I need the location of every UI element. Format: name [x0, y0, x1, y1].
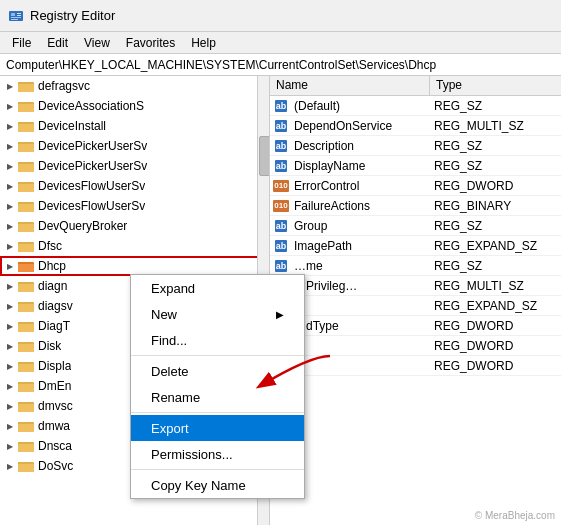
tree-item-devicesflow2[interactable]: ▶ DevicesFlowUserSv [0, 196, 269, 216]
menu-help[interactable]: Help [183, 34, 224, 52]
svg-rect-23 [18, 182, 24, 184]
tree-item-defragsvc[interactable]: ▶ defragsvc [0, 76, 269, 96]
tree-label: DevicesFlowUserSv [38, 199, 145, 213]
tree-label: dmwa [38, 419, 70, 433]
tree-item-deviceassociations[interactable]: ▶ DeviceAssociationS [0, 96, 269, 116]
ctx-copy-key-name[interactable]: Copy Key Name [131, 472, 304, 498]
ctx-expand[interactable]: Expand [131, 275, 304, 301]
value-name: Group [290, 218, 430, 234]
tree-label: Displa [38, 359, 71, 373]
svg-rect-1 [11, 13, 15, 16]
value-row[interactable]: ab DependOnService REG_MULTI_SZ [270, 116, 561, 136]
svg-rect-44 [18, 322, 24, 324]
value-type-icon: ab [272, 237, 290, 255]
ctx-new[interactable]: New ▶ [131, 301, 304, 327]
tree-label: Dnscа [38, 439, 72, 453]
folder-icon [18, 259, 34, 273]
value-row[interactable]: 010 REG_DWORD [270, 336, 561, 356]
svg-rect-35 [18, 262, 24, 264]
svg-rect-22 [18, 184, 34, 192]
expand-arrow: ▶ [4, 160, 16, 172]
scrollbar-thumb[interactable] [259, 136, 270, 176]
tree-label: DevicePickerUserSv [38, 139, 147, 153]
expand-arrow: ▶ [4, 180, 16, 192]
value-name [290, 365, 430, 367]
tree-item-dfsc[interactable]: ▶ Dfsc [0, 236, 269, 256]
menu-edit[interactable]: Edit [39, 34, 76, 52]
value-row[interactable]: ab ImagePath REG_EXPAND_SZ [270, 236, 561, 256]
svg-rect-34 [18, 264, 34, 272]
expand-arrow: ▶ [4, 240, 16, 252]
address-bar: Computer\HKEY_LOCAL_MACHINE\SYSTEM\Curre… [0, 54, 561, 76]
tree-item-devquerybroker[interactable]: ▶ DevQueryBroker [0, 216, 269, 236]
value-name: …dType [290, 318, 430, 334]
app-title: Registry Editor [30, 8, 115, 23]
svg-rect-50 [18, 362, 24, 364]
svg-rect-17 [18, 142, 24, 144]
tree-item-dhcp[interactable]: ▶ Dhcp [0, 256, 269, 276]
svg-rect-26 [18, 202, 24, 204]
menu-file[interactable]: File [4, 34, 39, 52]
tree-label: DeviceInstall [38, 119, 106, 133]
value-name: DependOnService [290, 118, 430, 134]
expand-arrow: ▶ [4, 280, 16, 292]
value-row[interactable]: 010 ErrorControl REG_DWORD [270, 176, 561, 196]
svg-rect-7 [18, 84, 34, 92]
svg-rect-65 [18, 462, 24, 464]
ctx-separator [131, 355, 304, 356]
tree-label: diagsv [38, 299, 73, 313]
value-row[interactable]: ab REG_EXPAND_SZ [270, 296, 561, 316]
svg-rect-8 [18, 82, 24, 84]
tree-item-devicepicker2[interactable]: ▶ DevicePickerUserSv [0, 156, 269, 176]
menu-favorites[interactable]: Favorites [118, 34, 183, 52]
menu-view[interactable]: View [76, 34, 118, 52]
svg-rect-31 [18, 244, 34, 252]
value-row[interactable]: ab DisplayName REG_SZ [270, 156, 561, 176]
value-name [290, 305, 430, 307]
value-row[interactable]: ab …me REG_SZ [270, 256, 561, 276]
svg-rect-58 [18, 424, 34, 432]
tree-label: DiagT [38, 319, 70, 333]
value-type: REG_EXPAND_SZ [430, 298, 541, 314]
svg-rect-46 [18, 344, 34, 352]
svg-rect-14 [18, 122, 24, 124]
ctx-delete[interactable]: Delete [131, 358, 304, 384]
value-type: REG_SZ [430, 218, 486, 234]
tree-item-devicepicker1[interactable]: ▶ DevicePickerUserSv [0, 136, 269, 156]
title-bar: Registry Editor [0, 0, 561, 32]
svg-rect-40 [18, 304, 34, 312]
address-path: Computer\HKEY_LOCAL_MACHINE\SYSTEM\Curre… [6, 58, 436, 72]
value-row[interactable]: 010 …dType REG_DWORD [270, 316, 561, 336]
value-type: REG_SZ [430, 98, 486, 114]
ctx-permissions[interactable]: Permissions... [131, 441, 304, 467]
value-row[interactable]: ab Description REG_SZ [270, 136, 561, 156]
ctx-rename[interactable]: Rename [131, 384, 304, 410]
svg-rect-43 [18, 324, 34, 332]
folder-icon [18, 439, 34, 453]
folder-icon [18, 119, 34, 133]
tree-item-deviceinstall[interactable]: ▶ DeviceInstall [0, 116, 269, 136]
expand-arrow: ▶ [4, 340, 16, 352]
tree-item-devicesflow1[interactable]: ▶ DevicesFlowUserSv [0, 176, 269, 196]
value-row[interactable]: ab (Default) REG_SZ [270, 96, 561, 116]
value-row[interactable]: ab Group REG_SZ [270, 216, 561, 236]
value-name: Description [290, 138, 430, 154]
value-type-icon: ab [272, 257, 290, 275]
folder-icon [18, 339, 34, 353]
value-type-icon: ab [272, 137, 290, 155]
ctx-export[interactable]: Export [131, 415, 304, 441]
value-row[interactable]: 010 FailureActions REG_BINARY [270, 196, 561, 216]
tree-label: DmEn [38, 379, 71, 393]
tree-label-dhcp: Dhcp [38, 259, 66, 273]
value-row[interactable]: ab …Privileg… REG_MULTI_SZ [270, 276, 561, 296]
menu-bar: File Edit View Favorites Help [0, 32, 561, 54]
folder-icon [18, 199, 34, 213]
value-row[interactable]: 010 REG_DWORD [270, 356, 561, 376]
folder-icon [18, 239, 34, 253]
svg-rect-53 [18, 382, 24, 384]
folder-icon [18, 79, 34, 93]
expand-arrow: ▶ [4, 120, 16, 132]
svg-rect-19 [18, 164, 34, 172]
svg-rect-56 [18, 402, 24, 404]
ctx-find[interactable]: Find... [131, 327, 304, 353]
